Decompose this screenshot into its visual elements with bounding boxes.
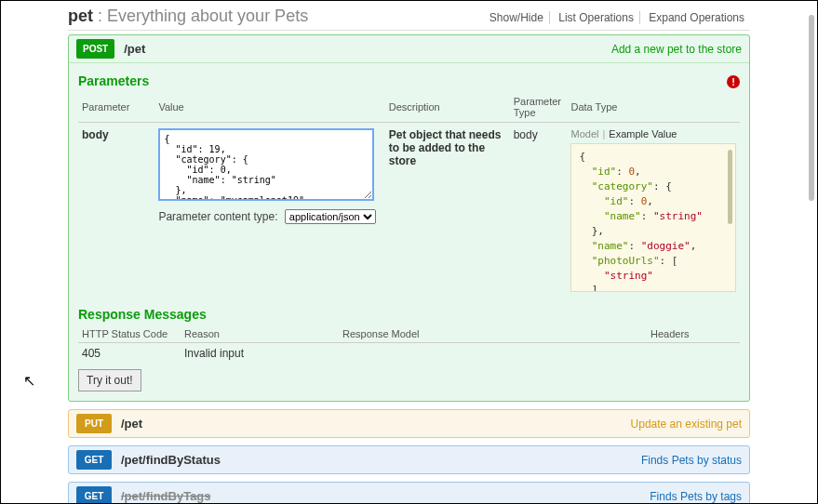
content-type-select[interactable]: application/json (285, 209, 376, 224)
operation-header[interactable]: POST /pet Add a new pet to the store (69, 35, 749, 63)
section-title: pet : Everything about your Pets (68, 7, 308, 26)
operation-get-findbystatus: GET /pet/findByStatus Finds Pets by stat… (68, 445, 750, 474)
endpoint-path[interactable]: /pet/findByTags (121, 489, 211, 503)
method-badge: GET (76, 486, 112, 504)
try-it-out-button[interactable]: Try it out! (78, 369, 141, 391)
table-row: 405 Invalid input (78, 343, 740, 365)
col-parameter: Parameter (78, 92, 154, 123)
rcol-reason: Reason (181, 325, 339, 343)
col-value: Value (154, 92, 384, 123)
col-ptype: Parameter Type (510, 92, 568, 123)
endpoint-summary[interactable]: Add a new pet to the store (611, 43, 742, 56)
method-badge: GET (76, 450, 112, 470)
example-scrollbar[interactable] (728, 150, 732, 224)
param-description: Pet object that needs to be added to the… (385, 123, 510, 298)
col-dtype: Data Type (567, 92, 740, 123)
operation-put-pet: PUT /pet Update an existing pet (68, 409, 750, 438)
parameters-table: Parameter Value Description Parameter Ty… (78, 92, 740, 298)
operation-get-findbytags: GET /pet/findByTags Finds Pets by tags (68, 482, 750, 504)
response-messages-heading: Response Messages (78, 307, 740, 322)
body-input[interactable] (158, 128, 374, 201)
section-header: pet : Everything about your Pets Show/Hi… (68, 7, 750, 31)
endpoint-path[interactable]: /pet/findByStatus (121, 453, 221, 467)
show-hide-link[interactable]: Show/Hide (484, 11, 550, 24)
endpoint-path[interactable]: /pet (121, 417, 142, 431)
scrollbar-thumb[interactable] (809, 15, 814, 201)
parameters-heading: Parameters (78, 73, 149, 88)
tab-model[interactable]: Model (570, 128, 598, 139)
method-badge: POST (76, 39, 114, 59)
content-type-row: Parameter content type: application/json (158, 209, 381, 224)
rcol-headers: Headers (647, 325, 740, 343)
response-messages-table: HTTP Status Code Reason Response Model H… (78, 325, 740, 364)
col-description: Description (385, 92, 510, 123)
list-operations-link[interactable]: List Operations (553, 11, 640, 24)
example-value-box[interactable]: { "id": 0, "category": { "id": 0, "name"… (570, 143, 736, 292)
method-badge: PUT (76, 414, 112, 433)
endpoint-summary[interactable]: Update an existing pet (631, 418, 742, 431)
status-reason: Invalid input (181, 343, 339, 365)
rcol-code: HTTP Status Code (78, 325, 181, 343)
operation-body: Parameters ! Parameter Value Description… (69, 63, 749, 401)
operation-header[interactable]: PUT /pet Update an existing pet (69, 410, 749, 437)
operation-header[interactable]: GET /pet/findByTags Finds Pets by tags (69, 483, 749, 504)
table-row: body Parameter content type: application… (78, 123, 740, 298)
ops-links: Show/Hide List Operations Expand Operati… (484, 11, 750, 24)
content-type-label: Parameter content type: (158, 210, 277, 223)
endpoint-summary[interactable]: Finds Pets by tags (650, 490, 742, 503)
expand-operations-link[interactable]: Expand Operations (643, 11, 750, 24)
warning-icon[interactable]: ! (727, 75, 740, 88)
param-name: body (78, 123, 154, 298)
status-code: 405 (78, 343, 181, 365)
rcol-model: Response Model (339, 325, 647, 343)
tab-example-value[interactable]: Example Value (609, 128, 677, 139)
section-desc: : Everything about your Pets (98, 7, 308, 25)
operation-header[interactable]: GET /pet/findByStatus Finds Pets by stat… (69, 446, 749, 473)
endpoint-path[interactable]: /pet (124, 42, 145, 56)
param-type: body (510, 123, 568, 298)
datatype-tabs: Model|Example Value (570, 128, 736, 139)
operation-post-pet: POST /pet Add a new pet to the store Par… (68, 34, 750, 402)
section-tag[interactable]: pet (68, 7, 93, 25)
endpoint-summary[interactable]: Finds Pets by status (641, 454, 742, 467)
